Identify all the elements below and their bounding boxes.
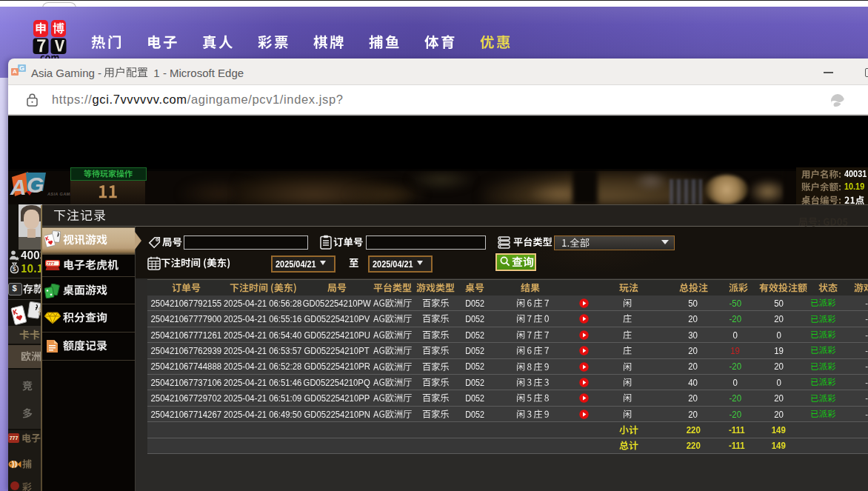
- svg-text:G: G: [27, 173, 44, 197]
- svg-text:A: A: [10, 175, 27, 199]
- svg-text:$: $: [13, 265, 16, 273]
- svg-text:777: 777: [47, 261, 56, 266]
